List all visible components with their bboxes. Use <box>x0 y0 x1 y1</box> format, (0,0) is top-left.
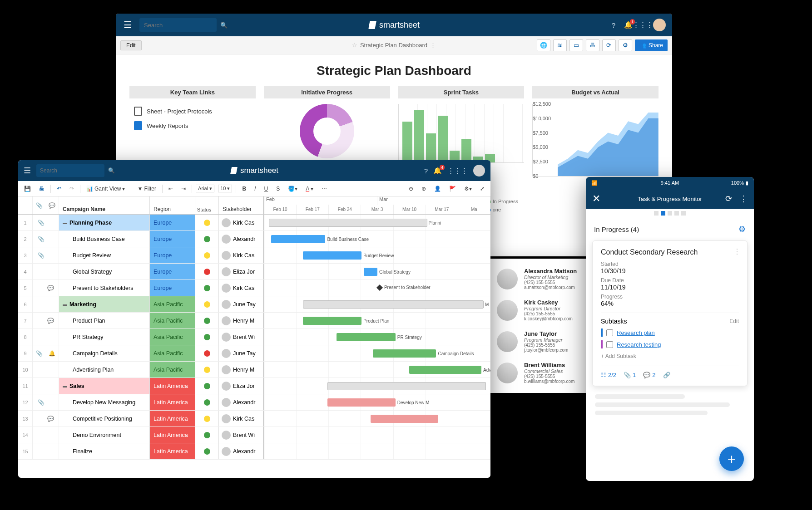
gantt-row[interactable]: 9 📎🔔 Campaign Details Asia Pacific June … <box>18 345 490 362</box>
search-box[interactable]: 🔍 <box>36 164 104 177</box>
star-icon[interactable]: ☆ <box>352 42 357 49</box>
attachment-icon[interactable]: 📎 <box>38 220 45 226</box>
size-selector[interactable]: 10 ▾ <box>218 185 232 192</box>
attachment-icon[interactable]: 📎 <box>38 252 45 259</box>
apps-icon[interactable]: ⋮⋮⋮ <box>639 21 647 29</box>
print-button[interactable]: 🖶 <box>586 39 599 51</box>
undo-icon[interactable]: ↶ <box>54 185 64 193</box>
comment-icon[interactable]: 💬 <box>47 416 54 422</box>
activity-button[interactable]: ≋ <box>553 39 567 51</box>
gantt-row[interactable]: 12 📎 Develop New Messaging Latin America… <box>18 394 490 411</box>
link-icon[interactable]: 🔗 <box>663 372 670 378</box>
gear-icon[interactable]: ⚙ <box>738 224 746 234</box>
redo-icon[interactable]: ↷ <box>67 185 76 193</box>
bell-icon[interactable]: 🔔 <box>49 350 55 357</box>
collapse-icon[interactable]: ▬ <box>63 220 67 225</box>
zoom-in-icon[interactable]: ⊕ <box>419 185 428 193</box>
help-icon[interactable]: ? <box>609 21 618 29</box>
gantt-row[interactable]: 2 📎 Build Business Case Europe Alexandr … <box>18 231 490 247</box>
present-button[interactable]: ▭ <box>569 39 583 51</box>
collapse-icon[interactable]: ▬ <box>63 302 67 307</box>
menu-icon[interactable]: ☰ <box>122 20 133 30</box>
page-menu-icon[interactable]: ⋮ <box>430 42 436 49</box>
kebab-icon[interactable]: ⋮ <box>739 194 748 204</box>
gantt-row[interactable]: 13 💬 Competitive Positioning Latin Ameri… <box>18 411 490 427</box>
subtask-item[interactable]: Research testing <box>601 340 739 348</box>
search-input[interactable] <box>40 167 108 174</box>
refresh-icon[interactable]: ⟳ <box>725 194 732 204</box>
outdent-icon[interactable]: ⇤ <box>166 185 175 193</box>
col-region[interactable]: Region <box>150 196 195 214</box>
fab-add-button[interactable]: ＋ <box>719 446 744 471</box>
comment-count[interactable]: 💬2 <box>643 372 655 378</box>
gear-icon[interactable]: ⚙▾ <box>462 185 474 193</box>
link-item[interactable]: Weekly Reports <box>129 118 256 133</box>
help-icon[interactable]: ? <box>424 167 428 175</box>
comment-icon[interactable]: 💬 <box>47 285 54 291</box>
text-color-icon[interactable]: A▾ <box>303 185 316 193</box>
gantt-row[interactable]: 10 Advertising Plan Asia Pacific Henry M… <box>18 362 490 378</box>
gantt-row[interactable]: 1 📎 ▬Planning Phase Europe Kirk Cas Plan… <box>18 215 490 231</box>
print-icon[interactable]: 🖶 <box>37 185 47 193</box>
gantt-row[interactable]: 8 PR Strategy Asia Pacific Brent Wi PR S… <box>18 329 490 345</box>
gantt-row[interactable]: 7 💬 Product Plan Asia Pacific Henry M Pr… <box>18 313 490 329</box>
col-status[interactable]: Status <box>195 196 219 214</box>
search-input[interactable] <box>144 22 220 29</box>
globe-button[interactable]: 🌐 <box>537 39 550 51</box>
font-selector[interactable]: Arial ▾ <box>196 185 214 192</box>
attachment-icon[interactable]: 📎 <box>38 236 45 242</box>
bold-icon[interactable]: B <box>240 185 248 193</box>
comment-icon: 💬 <box>49 202 55 209</box>
gantt-row[interactable]: 11 ▬Sales Latin America Eliza Jor <box>18 378 490 394</box>
apps-icon[interactable]: ⋮⋮⋮ <box>447 167 468 175</box>
view-selector[interactable]: 📊 Gantt View ▾ <box>84 185 127 193</box>
flag-icon[interactable]: 🚩 <box>447 185 458 193</box>
italic-icon[interactable]: I <box>252 185 258 193</box>
subtask-item[interactable]: Research plan <box>601 329 739 337</box>
people-icon[interactable]: 👤 <box>432 185 443 193</box>
col-campaign-name[interactable]: Campaign Name <box>59 196 150 214</box>
subtask-count[interactable]: ☷2/2 <box>601 372 616 378</box>
fill-color-icon[interactable]: 🪣▾ <box>286 185 300 193</box>
strike-icon[interactable]: S <box>274 185 282 193</box>
week-label: Feb 10 <box>264 205 297 214</box>
user-avatar[interactable] <box>653 19 666 31</box>
attachment-icon[interactable]: 📎 <box>36 350 43 357</box>
checkbox[interactable] <box>606 329 613 336</box>
user-avatar[interactable] <box>473 165 485 177</box>
zoom-out-icon[interactable]: ⊖ <box>406 185 416 193</box>
checkbox[interactable] <box>606 341 613 348</box>
indent-icon[interactable]: ⇥ <box>179 185 188 193</box>
menu-icon[interactable]: ☰ <box>24 166 31 176</box>
card-menu-icon[interactable]: ⋮ <box>733 247 742 256</box>
gantt-row[interactable]: 5 💬 Present to Stakeholders Europe Kirk … <box>18 280 490 296</box>
notifications-icon[interactable]: 🔔4 <box>433 167 442 175</box>
link-item[interactable]: Sheet - Project Protocols <box>129 104 256 118</box>
gantt-row[interactable]: 15 Finalize Latin America Alexandr <box>18 443 490 460</box>
gantt-row[interactable]: 14 Demo Environment Latin America Brent … <box>18 427 490 443</box>
save-icon[interactable]: 💾 <box>22 185 33 193</box>
gantt-row[interactable]: 3 📎 Budget Review Europe Kirk Cas Budget… <box>18 247 490 264</box>
edit-button[interactable]: Edit <box>120 40 142 50</box>
search-box[interactable]: 🔍 <box>139 18 217 32</box>
more-icon[interactable]: ⋯ <box>319 185 329 193</box>
notifications-icon[interactable]: 🔔1 <box>624 21 632 29</box>
refresh-button[interactable]: ⟳ <box>602 39 616 51</box>
expand-icon[interactable]: ⤢ <box>478 185 487 193</box>
edit-subtasks-button[interactable]: Edit <box>729 318 739 324</box>
filter-button[interactable]: ▼ Filter <box>135 185 158 193</box>
share-button[interactable]: 👥Share <box>635 39 668 51</box>
comment-icon[interactable]: 💬 <box>47 318 54 324</box>
close-icon[interactable]: ✕ <box>592 193 600 205</box>
attachment-icon[interactable]: 📎 <box>38 399 45 406</box>
add-subtask-button[interactable]: + Add Subtask <box>601 353 739 359</box>
underline-icon[interactable]: U <box>262 185 270 193</box>
col-stakeholder[interactable]: Stakeholder <box>219 196 264 214</box>
donut-chart <box>300 104 354 158</box>
task-card[interactable]: ⋮ Conduct Secondary Research Started 10/… <box>592 240 748 386</box>
settings-button[interactable]: ⚙ <box>619 39 632 51</box>
collapse-icon[interactable]: ▬ <box>63 383 67 388</box>
gantt-row[interactable]: 6 ▬Marketing Asia Pacific June Tay M <box>18 296 490 313</box>
gantt-row[interactable]: 4 Global Strategy Europe Eliza Jor Globa… <box>18 264 490 280</box>
attachment-count[interactable]: 📎1 <box>624 372 636 378</box>
